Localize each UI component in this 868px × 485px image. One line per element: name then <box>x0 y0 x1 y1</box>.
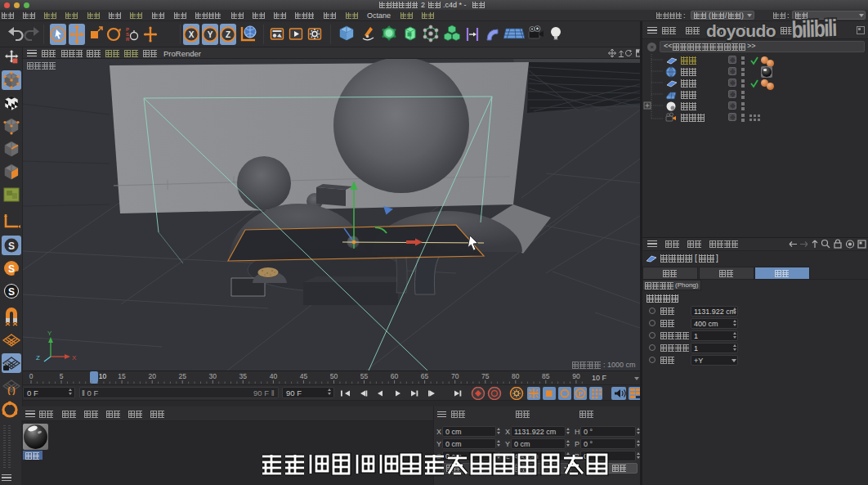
svg-text:Z: Z <box>226 30 230 39</box>
svg-text:85: 85 <box>542 372 550 380</box>
svg-text:35: 35 <box>239 372 248 380</box>
svg-text:20: 20 <box>148 372 156 380</box>
svg-text:0: 0 <box>29 372 34 380</box>
svg-text:X: X <box>72 354 77 362</box>
svg-text:30: 30 <box>209 372 217 380</box>
svg-text:S: S <box>8 240 15 252</box>
svg-text:Y: Y <box>207 30 213 39</box>
svg-text:X: X <box>189 30 195 39</box>
svg-text:P: P <box>578 390 583 397</box>
svg-text:40: 40 <box>270 372 278 380</box>
svg-text:15: 15 <box>118 372 126 380</box>
svg-text:80: 80 <box>512 372 520 380</box>
svg-text:S: S <box>8 286 15 298</box>
svg-text:10: 10 <box>99 372 107 380</box>
svg-text:Z: Z <box>36 354 40 362</box>
svg-text:70: 70 <box>451 372 459 380</box>
svg-text:65: 65 <box>421 372 429 380</box>
svg-text:5: 5 <box>60 372 64 380</box>
svg-text:( ): ( ) <box>7 386 15 395</box>
svg-text:50: 50 <box>330 372 338 380</box>
svg-text:Y: Y <box>47 330 52 337</box>
svg-text:90: 90 <box>572 372 580 380</box>
svg-text:45: 45 <box>300 372 308 380</box>
svg-text:75: 75 <box>481 372 490 380</box>
svg-text:25: 25 <box>178 372 186 380</box>
svg-text:60: 60 <box>391 372 399 380</box>
svg-text:55: 55 <box>360 372 369 380</box>
svg-text:S: S <box>8 263 15 275</box>
svg-text:R: R <box>126 37 130 42</box>
